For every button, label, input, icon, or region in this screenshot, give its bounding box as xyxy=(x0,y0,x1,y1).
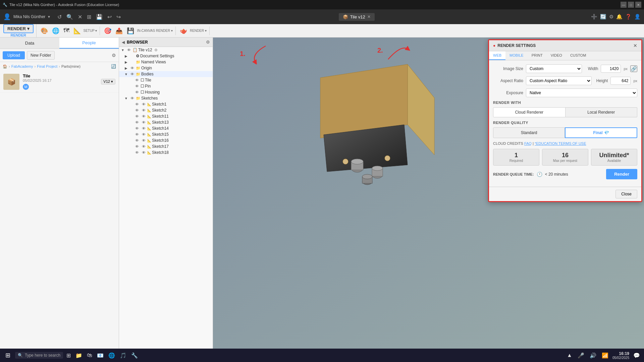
browser-collapse-button[interactable]: ◀ xyxy=(122,40,125,45)
teapot-button[interactable]: 🫖 xyxy=(178,26,189,35)
render-main-button[interactable]: RENDER ▾ xyxy=(3,24,34,33)
add-tab-button[interactable]: ➕ xyxy=(591,14,597,20)
svg-point-14 xyxy=(343,159,348,164)
tab-mobile[interactable]: MOBILE xyxy=(505,51,528,60)
taskbar-task-view-button[interactable]: ⊞ xyxy=(65,352,72,359)
tree-item-sketch11[interactable]: ▶ 👁👁 📐 Sketch11 xyxy=(119,113,213,119)
taskbar-app-button[interactable]: 🔧 xyxy=(130,352,139,359)
tab-data[interactable]: Data xyxy=(0,38,59,49)
edu-terms-link[interactable]: *EDUCATION TERMS OF USE xyxy=(535,141,586,145)
tab-close-button[interactable]: ✕ xyxy=(367,14,371,19)
faq-link[interactable]: FAQ xyxy=(524,141,532,145)
local-renderer-button[interactable]: Local Renderer xyxy=(566,107,638,117)
tree-item-doc-settings[interactable]: ▶ 👁 ⚙ Document Settings xyxy=(119,53,213,59)
link-dimensions-button[interactable]: 🔗 xyxy=(630,65,637,72)
tree-item-sketch15[interactable]: ▶ 👁👁 📐 Sketch15 xyxy=(119,131,213,137)
render-button[interactable]: Render xyxy=(606,169,637,179)
taskbar-notification-button[interactable]: 💬 xyxy=(632,352,641,359)
tree-item-sketch2[interactable]: ▶ 👁👁 📐 Sketch2 xyxy=(119,107,213,113)
width-px-unit: px xyxy=(624,67,628,71)
upload-button[interactable]: Upload xyxy=(3,51,25,59)
height-input[interactable]: 642 xyxy=(610,77,631,85)
rs-close-footer-button[interactable]: Close xyxy=(615,190,637,198)
texture-map-button[interactable]: 🗺 xyxy=(62,26,71,35)
search-button[interactable]: 🔍 xyxy=(65,12,74,21)
taskbar-sound-button[interactable]: 🔊 xyxy=(588,352,598,359)
new-folder-button[interactable]: New Folder xyxy=(27,51,55,60)
standard-quality-button[interactable]: Standard xyxy=(493,127,565,138)
breadcrumb-refresh-button[interactable]: 🔄 xyxy=(111,64,116,69)
tab-custom[interactable]: CUSTOM xyxy=(566,51,590,60)
help-button[interactable]: ❓ xyxy=(625,14,632,20)
tree-item-sketch17[interactable]: ▶ 👁👁 📐 Sketch17 xyxy=(119,143,213,149)
cancel-button[interactable]: ✕ xyxy=(76,12,84,21)
tree-item-sketch13[interactable]: ▶ 👁👁 📐 Sketch13 xyxy=(119,119,213,125)
tab-web[interactable]: WEB xyxy=(489,51,505,60)
tree-item-sketch18[interactable]: ▶ 👁👁 📐 Sketch18 xyxy=(119,149,213,156)
sketch15-label: Sketch15 xyxy=(152,132,169,137)
render-preview-button[interactable]: 🎯 xyxy=(103,26,113,35)
tree-item-sketches[interactable]: ▼ 👁 📁 Sketches xyxy=(119,95,213,101)
taskbar-outlook-button[interactable]: 📧 xyxy=(96,352,105,359)
svg-point-10 xyxy=(372,166,383,171)
tab-video[interactable]: VIDEO xyxy=(547,51,566,60)
scene-settings-button[interactable]: 🌐 xyxy=(51,26,61,35)
undo-button[interactable]: ↩ xyxy=(106,12,113,21)
tree-item-origin[interactable]: ▶ 👁 📁 Origin xyxy=(119,65,213,71)
breadcrumb-final-project[interactable]: Final Project xyxy=(37,64,57,68)
image-size-select[interactable]: Custom xyxy=(526,64,582,73)
final-quality-button[interactable]: Final 💎 xyxy=(565,127,637,138)
tree-item-tile[interactable]: ▶ 👁 ☐ Tile xyxy=(119,77,213,83)
taskbar-spotify-button[interactable]: 🎵 xyxy=(118,352,128,359)
tab-print[interactable]: PRINT xyxy=(528,51,547,60)
taskbar-network-button[interactable]: 📶 xyxy=(600,352,610,359)
exposure-select[interactable]: Native xyxy=(526,88,637,97)
tree-root[interactable]: ▼ 👁 📋 Tile v12 ⚙ xyxy=(119,47,213,53)
close-button[interactable]: ✕ xyxy=(635,2,641,8)
asset-name: Tile xyxy=(23,73,98,78)
root-visibility-icon[interactable]: 👁 xyxy=(126,48,131,52)
taskbar-search-button[interactable]: 🔍 Type here to search xyxy=(15,352,63,359)
breadcrumb-fabacademy[interactable]: FabAcademy xyxy=(11,64,33,68)
tree-item-named-views[interactable]: ▶ 👁 📁 Named Views xyxy=(119,59,213,65)
tree-item-sketch1[interactable]: ▶ 👁👁 📐 Sketch1 xyxy=(119,101,213,107)
profile-button[interactable]: 👤 xyxy=(634,14,641,20)
decal-button[interactable]: 📐 xyxy=(72,26,82,35)
tree-item-pin[interactable]: ▶ 👁 ☐ Pin xyxy=(119,83,213,89)
notifications-button[interactable]: 🔔 xyxy=(616,14,623,20)
taskbar-store-button[interactable]: 🛍 xyxy=(86,352,94,359)
redo-button[interactable]: ↪ xyxy=(115,12,122,21)
taskbar-clock[interactable]: 16:19 05/02/2025 xyxy=(612,351,629,360)
taskbar-explorer-button[interactable]: 📁 xyxy=(74,352,84,359)
tree-item-housing[interactable]: ▶ 👁 ☐ Housing xyxy=(119,89,213,95)
settings-button[interactable]: ⚙ xyxy=(609,14,613,20)
render-export-button[interactable]: 📤 xyxy=(114,26,124,35)
tree-item-sketch14[interactable]: ▶ 👁👁 📐 Sketch14 xyxy=(119,125,213,131)
grid-button[interactable]: ⊞ xyxy=(86,12,93,21)
width-input[interactable]: 1420 xyxy=(601,65,621,73)
taskbar-arrow-up-button[interactable]: ▲ xyxy=(566,352,574,359)
materials-button[interactable]: 🎨 xyxy=(39,26,49,35)
taskbar-mic-button[interactable]: 🎤 xyxy=(576,352,586,359)
aspect-ratio-select[interactable]: Custom Aspect Ratio xyxy=(526,76,592,85)
minimize-button[interactable]: — xyxy=(621,2,627,8)
taskbar-chrome-button[interactable]: 🌐 xyxy=(107,352,116,359)
sketch17-label: Sketch17 xyxy=(152,144,169,149)
render-save-button[interactable]: 💾 xyxy=(125,26,136,35)
browser-gear-button[interactable]: ⚙ xyxy=(206,40,210,45)
cloud-renderer-button[interactable]: Cloud Renderer xyxy=(493,107,566,117)
asset-version-button[interactable]: V12 ▾ xyxy=(101,79,115,84)
user-dropdown-icon[interactable]: ▾ xyxy=(48,14,50,19)
maximize-button[interactable]: □ xyxy=(628,2,634,8)
sync-button[interactable]: 🔄 xyxy=(600,14,606,20)
user-name[interactable]: Mika Nils Günther xyxy=(13,14,45,19)
tab-people[interactable]: People xyxy=(59,38,119,49)
save-button[interactable]: 💾 xyxy=(95,12,104,21)
sidebar-gear-button[interactable]: ⚙ xyxy=(112,53,116,58)
tree-item-bodies[interactable]: ▼ 👁 📁 Bodies xyxy=(119,71,213,77)
rs-close-x-button[interactable]: ✕ xyxy=(633,43,637,48)
tree-item-sketch16[interactable]: ▶ 👁👁 📐 Sketch16 xyxy=(119,137,213,143)
home-icon[interactable]: 🏠 xyxy=(3,64,7,69)
start-button[interactable]: ⊞ xyxy=(3,350,13,360)
refresh-button[interactable]: ↺ xyxy=(56,12,63,21)
